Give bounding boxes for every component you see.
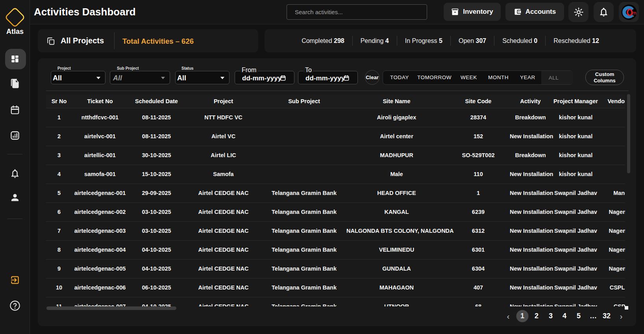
svg-text:m: m <box>632 9 637 15</box>
